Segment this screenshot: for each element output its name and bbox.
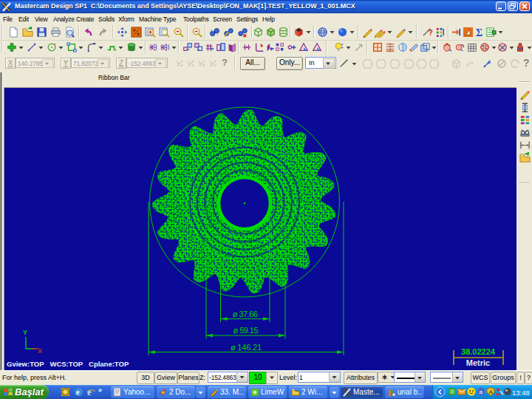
- svg-text:Σ: Σ: [476, 27, 482, 38]
- svg-text:e: e: [76, 388, 80, 396]
- svg-text:Y: Y: [23, 329, 27, 336]
- svg-text:X: X: [38, 347, 42, 355]
- svg-text:A: A: [489, 389, 494, 395]
- svg-text:ø 59.15: ø 59.15: [233, 326, 259, 335]
- svg-text:e: e: [87, 387, 92, 397]
- svg-text:ø 146.21: ø 146.21: [231, 343, 262, 352]
- svg-text:Gview:TOP WCS:TOP Cplane:T: Gview:TOP WCS:TOP Cplane:TOP: [7, 360, 129, 368]
- svg-text:38.02224: 38.02224: [461, 347, 496, 356]
- svg-text:?: ?: [428, 29, 432, 37]
- svg-text:Metric: Metric: [466, 358, 490, 367]
- svg-text:a: a: [479, 389, 482, 395]
- svg-text:ø 37.66: ø 37.66: [233, 310, 258, 318]
